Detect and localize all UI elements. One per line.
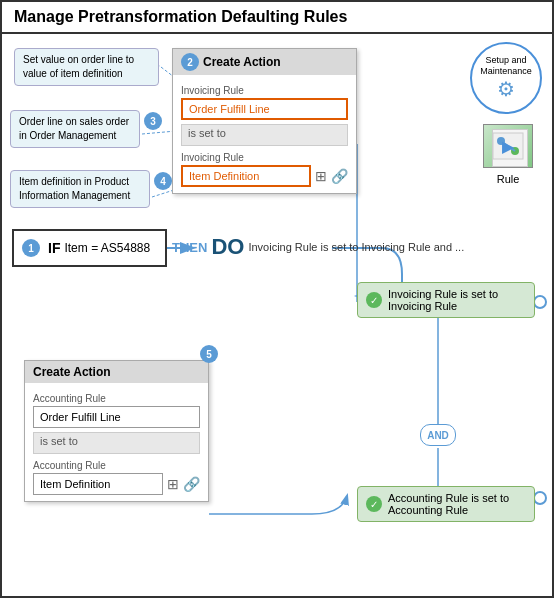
svg-line-16 bbox=[501, 141, 515, 151]
field2-input-bottom[interactable] bbox=[33, 473, 163, 495]
create-action-label-bottom: Create Action bbox=[33, 365, 111, 379]
and-circle: AND bbox=[420, 424, 456, 446]
ca-bottom-body: Accounting Rule is set to Accounting Rul… bbox=[25, 383, 208, 501]
create-action-bottom: Create Action Accounting Rule is set to … bbox=[24, 360, 209, 502]
note1: Set value on order line to value of item… bbox=[14, 48, 159, 86]
is-set-to-bottom: is set to bbox=[33, 432, 200, 454]
rule-icon bbox=[483, 124, 533, 168]
check-icon-2: ✓ bbox=[366, 496, 382, 512]
result-box-2: ✓ Accounting Rule is set to Accounting R… bbox=[357, 486, 535, 522]
result-box-1: ✓ Invoicing Rule is set to Invoicing Rul… bbox=[357, 282, 535, 318]
if-box: 1 IF Item = AS54888 bbox=[12, 229, 167, 267]
table-icon-bottom[interactable]: ⊞ bbox=[167, 476, 179, 492]
ca-top-body: Invoicing Rule is set to Invoicing Rule … bbox=[173, 75, 356, 193]
setup-maintenance-circle[interactable]: Setup andMaintenance ⚙ bbox=[470, 42, 542, 114]
field1-label-bottom: Accounting Rule bbox=[33, 393, 200, 404]
link-icon-bottom[interactable]: 🔗 bbox=[183, 476, 200, 492]
create-action-title-top: 2 Create Action bbox=[173, 49, 356, 75]
rule-label: Rule bbox=[478, 173, 538, 185]
circle-5: 5 bbox=[200, 345, 218, 363]
circle-3: 3 bbox=[144, 112, 162, 130]
note3-text: Order line on sales order in Order Manag… bbox=[19, 116, 129, 141]
do-text: Invoicing Rule is set to Invoicing Rule … bbox=[248, 241, 464, 253]
if-condition: Item = AS54888 bbox=[64, 241, 150, 255]
circle-2: 2 bbox=[181, 53, 199, 71]
setup-label: Setup andMaintenance bbox=[480, 55, 532, 77]
create-action-title-bottom: Create Action bbox=[25, 361, 208, 383]
svg-point-8 bbox=[534, 492, 546, 504]
note4: Item definition in Product Information M… bbox=[10, 170, 150, 208]
note4-container: Item definition in Product Information M… bbox=[10, 170, 172, 208]
field2-row-top: ⊞ 🔗 bbox=[181, 165, 348, 187]
page-title: Manage Pretransformation Defaulting Rule… bbox=[2, 2, 552, 34]
field2-label-bottom: Accounting Rule bbox=[33, 460, 200, 471]
gear-icon: ⚙ bbox=[497, 77, 515, 101]
svg-point-6 bbox=[534, 296, 546, 308]
do-label: DO bbox=[211, 234, 244, 260]
svg-rect-13 bbox=[493, 133, 523, 159]
if-label: IF bbox=[48, 240, 60, 256]
create-action-label-top: Create Action bbox=[203, 55, 281, 69]
field2-input-top[interactable] bbox=[181, 165, 311, 187]
field1-input-top[interactable] bbox=[181, 98, 348, 120]
result1-text: Invoicing Rule is set to Invoicing Rule bbox=[388, 288, 526, 312]
field2-row-bottom: ⊞ 🔗 bbox=[33, 473, 200, 495]
table-icon-top[interactable]: ⊞ bbox=[315, 168, 327, 184]
result2-text: Accounting Rule is set to Accounting Rul… bbox=[388, 492, 526, 516]
is-set-to-top: is set to bbox=[181, 124, 348, 146]
field2-label-top: Invoicing Rule bbox=[181, 152, 348, 163]
main-content: Set value on order line to value of item… bbox=[2, 34, 552, 592]
then-do-area: THEN DO Invoicing Rule is set to Invoici… bbox=[172, 234, 464, 260]
link-icon-top[interactable]: 🔗 bbox=[331, 168, 348, 184]
field1-input-bottom[interactable] bbox=[33, 406, 200, 428]
page-container: Manage Pretransformation Defaulting Rule… bbox=[0, 0, 554, 598]
check-icon-1: ✓ bbox=[366, 292, 382, 308]
field1-label-top: Invoicing Rule bbox=[181, 85, 348, 96]
note3: Order line on sales order in Order Manag… bbox=[10, 110, 140, 148]
note3-container: Order line on sales order in Order Manag… bbox=[10, 110, 162, 148]
note1-text: Set value on order line to value of item… bbox=[23, 54, 134, 79]
circle-1: 1 bbox=[22, 239, 40, 257]
note4-text: Item definition in Product Information M… bbox=[19, 176, 130, 201]
circle-4: 4 bbox=[154, 172, 172, 190]
and-label: AND bbox=[427, 430, 449, 441]
then-label: THEN bbox=[172, 240, 207, 255]
create-action-top: 2 Create Action Invoicing Rule is set to… bbox=[172, 48, 357, 194]
rule-icon-box[interactable]: Rule bbox=[478, 124, 538, 185]
circle-5-container: 5 bbox=[200, 345, 218, 363]
